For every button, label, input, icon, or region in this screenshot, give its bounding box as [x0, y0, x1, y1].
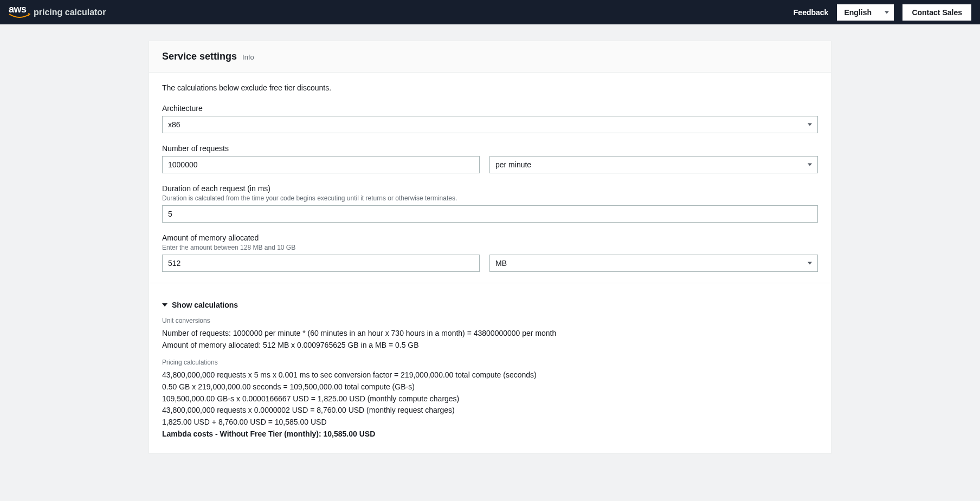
show-calculations-toggle[interactable]: Show calculations [162, 301, 818, 309]
free-tier-notice: The calculations below exclude free tier… [162, 83, 818, 92]
requests-period-value: per minute [495, 160, 801, 169]
chevron-down-icon [885, 11, 889, 14]
requests-period-select[interactable]: per minute [489, 156, 818, 173]
section-body: The calculations below exclude free tier… [149, 73, 831, 453]
contact-sales-button[interactable]: Contact Sales [902, 4, 971, 21]
chevron-down-icon [162, 303, 167, 307]
architecture-select[interactable]: x86 [162, 116, 818, 133]
architecture-group: Architecture x86 [162, 104, 818, 133]
section-title: Service settings [162, 51, 237, 62]
pricing-line: 0.50 GB x 219,000,000.00 seconds = 109,5… [162, 381, 818, 393]
aws-logo[interactable]: aws pricing calculator [9, 4, 106, 21]
architecture-label: Architecture [162, 104, 818, 113]
requests-label: Number of requests [162, 144, 818, 153]
requests-group: Number of requests per minute [162, 144, 818, 173]
show-calculations-label: Show calculations [172, 301, 238, 309]
pricing-line: 1,825.00 USD + 8,760.00 USD = 10,585.00 … [162, 417, 818, 428]
language-select[interactable]: English [837, 4, 894, 21]
duration-group: Duration of each request (in ms) Duratio… [162, 184, 818, 223]
header-right: Feedback English Contact Sales [794, 4, 971, 21]
duration-label: Duration of each request (in ms) [162, 184, 818, 193]
language-select-value: English [844, 8, 872, 17]
duration-hint: Duration is calculated from the time you… [162, 194, 818, 202]
pricing-line: 43,800,000,000 requests x 5 ms x 0.001 m… [162, 369, 818, 381]
header-left: aws pricing calculator [9, 4, 106, 21]
feedback-link[interactable]: Feedback [794, 8, 829, 17]
lambda-total: Lambda costs - Without Free Tier (monthl… [162, 428, 818, 440]
main-panel: Service settings Info The calculations b… [149, 41, 831, 454]
top-header: aws pricing calculator Feedback English … [0, 0, 980, 24]
aws-smile-icon [9, 13, 30, 21]
pricing-line: 109,500,000.00 GB-s x 0.0000166667 USD =… [162, 393, 818, 405]
memory-group: Amount of memory allocated Enter the amo… [162, 233, 818, 272]
memory-input[interactable] [162, 255, 480, 272]
chevron-down-icon [808, 262, 812, 265]
info-link[interactable]: Info [242, 53, 254, 61]
divider [149, 283, 831, 292]
architecture-value: x86 [168, 120, 801, 129]
memory-unit-select[interactable]: MB [489, 255, 818, 272]
pricing-calculations-label: Pricing calculations [162, 359, 818, 366]
memory-unit-value: MB [495, 259, 801, 268]
duration-input[interactable] [162, 205, 818, 223]
section-header: Service settings Info [149, 41, 831, 73]
chevron-down-icon [808, 123, 812, 126]
chevron-down-icon [808, 164, 812, 166]
requests-input[interactable] [162, 156, 480, 173]
memory-label: Amount of memory allocated [162, 233, 818, 242]
unit-conversion-line: Number of requests: 1000000 per minute *… [162, 328, 818, 340]
unit-conversion-line: Amount of memory allocated: 512 MB x 0.0… [162, 340, 818, 352]
product-name: pricing calculator [34, 8, 106, 17]
pricing-line: 43,800,000,000 requests x 0.0000002 USD … [162, 405, 818, 417]
unit-conversions-label: Unit conversions [162, 317, 818, 324]
memory-hint: Enter the amount between 128 MB and 10 G… [162, 244, 818, 251]
